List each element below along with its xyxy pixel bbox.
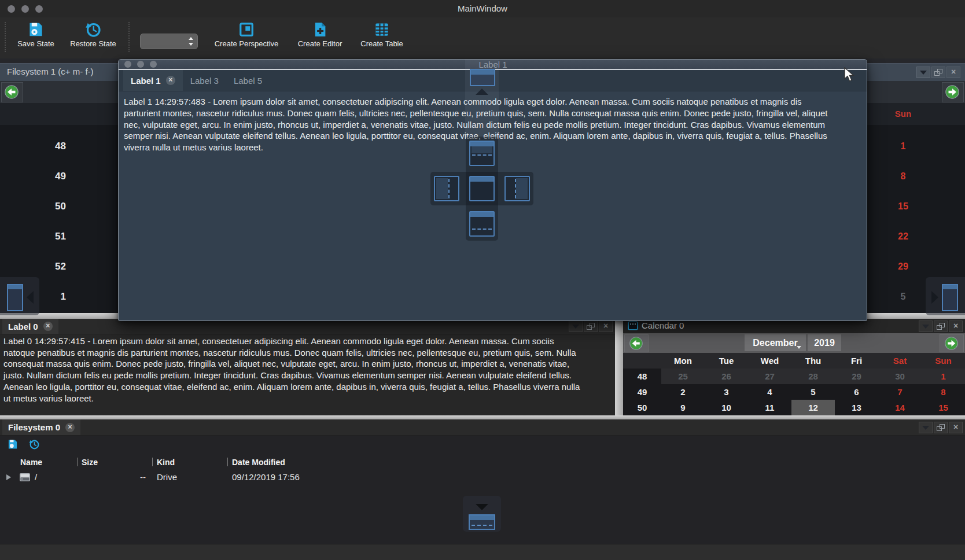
day-header: Mon xyxy=(661,353,705,369)
create-table-button[interactable]: Create Table xyxy=(358,21,406,48)
month-dropdown[interactable]: December xyxy=(745,334,806,351)
calendar-week-row: 482526272829301 xyxy=(623,369,965,384)
tab-close-icon[interactable]: × xyxy=(43,322,53,331)
calendar-date[interactable]: 22 xyxy=(886,222,920,252)
restore-state-button[interactable]: Restore State xyxy=(65,21,121,48)
next-month-button[interactable] xyxy=(942,82,964,102)
calendar-date[interactable]: 1 xyxy=(886,131,920,161)
calendar-day[interactable]: 12 xyxy=(791,400,835,415)
dock-close-button[interactable]: × xyxy=(946,67,960,78)
dock-close-button[interactable]: × xyxy=(949,320,963,332)
month-value: December xyxy=(753,338,797,348)
calendar-date[interactable]: 8 xyxy=(886,161,920,191)
drop-edge-left-arrow-icon xyxy=(27,291,34,304)
tab-label3-text: Label 3 xyxy=(190,76,219,86)
column-header-kind[interactable]: Kind xyxy=(157,458,175,467)
minimize-traffic-light-icon[interactable] xyxy=(137,61,144,68)
prev-month-button[interactable] xyxy=(624,334,649,352)
calendar-date[interactable]: 15 xyxy=(886,191,920,222)
calendar-day[interactable]: 2 xyxy=(661,384,705,400)
disclosure-triangle-icon[interactable] xyxy=(6,474,11,480)
next-month-button[interactable] xyxy=(940,334,964,352)
calendar-day[interactable]: 1 xyxy=(922,369,965,384)
drop-indicator-bottom-icon[interactable] xyxy=(469,211,495,237)
dock-collapse-button[interactable] xyxy=(919,422,933,433)
calendar-day[interactable]: 10 xyxy=(705,400,748,415)
filesystem0-controls: × xyxy=(919,422,963,433)
calendar0-grid: MonTueWedThuFriSatSun4825262728293014923… xyxy=(623,353,965,415)
column-header-size[interactable]: Size xyxy=(82,458,98,467)
calendar-day[interactable]: 25 xyxy=(661,369,705,384)
drop-indicator-top-icon[interactable] xyxy=(469,141,495,166)
perspective-combobox[interactable] xyxy=(140,34,198,49)
horizontal-splitter-bottom[interactable] xyxy=(0,415,965,419)
zoom-traffic-light-icon[interactable] xyxy=(150,61,157,68)
calendar-day[interactable]: 29 xyxy=(835,369,878,384)
dock-float-button[interactable] xyxy=(934,320,948,332)
tab-filesystem0[interactable]: Filesystem 0 × xyxy=(2,419,80,435)
file-size: -- xyxy=(81,472,146,482)
tab-label1[interactable]: Label 1 × xyxy=(123,70,183,91)
column-header-name[interactable]: Name xyxy=(20,458,42,467)
dock-collapse-button[interactable] xyxy=(569,320,583,332)
day-header: Thu xyxy=(791,353,835,369)
column-divider[interactable] xyxy=(77,458,78,466)
window-titlebar[interactable]: MainWindow xyxy=(0,0,965,18)
toolbar-handle[interactable] xyxy=(5,22,6,52)
drop-edge-right-icon[interactable] xyxy=(942,284,958,311)
drop-indicator-center-icon[interactable] xyxy=(469,176,495,201)
dock-collapse-button[interactable] xyxy=(916,67,930,78)
vertical-splitter[interactable] xyxy=(615,319,623,415)
dock-float-button[interactable] xyxy=(934,422,948,433)
create-editor-button[interactable]: Create Editor xyxy=(295,21,345,48)
tab-close-icon[interactable]: × xyxy=(65,423,75,432)
calendar-day[interactable]: 30 xyxy=(878,369,922,384)
create-perspective-button[interactable]: Create Perspective xyxy=(212,21,281,48)
dock-close-button[interactable]: × xyxy=(949,422,963,433)
drop-edge-left-icon[interactable] xyxy=(7,284,23,311)
drop-indicator-left-icon[interactable] xyxy=(434,176,459,201)
tab-label0[interactable]: Label 0 × xyxy=(2,319,58,334)
calendar-day[interactable]: 6 xyxy=(835,384,878,400)
calendar-day[interactable]: 3 xyxy=(705,384,748,400)
dock-float-button[interactable] xyxy=(931,67,945,78)
calendar-day[interactable]: 13 xyxy=(835,400,878,415)
restore-history-icon xyxy=(84,21,102,38)
dock-close-button[interactable]: × xyxy=(599,320,613,332)
calendar-day[interactable]: 11 xyxy=(748,400,791,415)
dock-float-button[interactable] xyxy=(584,320,598,332)
calendar-day[interactable]: 4 xyxy=(748,384,791,400)
calendar-day[interactable]: 9 xyxy=(661,400,705,415)
calendar-day[interactable]: 28 xyxy=(791,369,835,384)
column-divider[interactable] xyxy=(227,458,228,466)
calendar-day[interactable]: 8 xyxy=(922,384,965,400)
drop-edge-bottom-arrow-icon xyxy=(476,504,488,510)
perspective-icon xyxy=(238,21,255,38)
prev-month-button[interactable] xyxy=(1,82,23,102)
calendar-day[interactable]: 14 xyxy=(878,400,922,415)
column-header-date-modified[interactable]: Date Modified xyxy=(232,458,285,467)
dock-collapse-button[interactable] xyxy=(919,320,933,332)
table-row[interactable]: /--Drive09/12/2019 17:56 xyxy=(0,470,965,485)
tab-label3[interactable]: Label 3 xyxy=(183,70,226,91)
calendar-day[interactable]: 26 xyxy=(705,369,748,384)
save-state-button[interactable]: Save State xyxy=(13,21,59,48)
close-traffic-light-icon[interactable] xyxy=(124,61,131,68)
save-button[interactable] xyxy=(7,439,19,452)
tab-label5[interactable]: Label 5 xyxy=(226,70,270,91)
year-spinbox[interactable]: 2019 xyxy=(808,334,841,351)
status-bar xyxy=(0,544,965,560)
restore-button[interactable] xyxy=(28,439,40,452)
calendar-day[interactable]: 7 xyxy=(878,384,922,400)
drop-edge-top-icon[interactable] xyxy=(470,69,495,86)
calendar-day[interactable]: 15 xyxy=(922,400,965,415)
calendar-day[interactable]: 27 xyxy=(748,369,791,384)
column-divider[interactable] xyxy=(152,458,153,466)
drop-indicator-right-icon[interactable] xyxy=(504,176,530,201)
calendar-day[interactable]: 5 xyxy=(791,384,835,400)
calendar-date[interactable]: 5 xyxy=(886,282,920,312)
main-window: MainWindow Save State Restore State xyxy=(0,0,965,560)
calendar-date[interactable]: 29 xyxy=(886,252,920,282)
drop-edge-bottom-icon[interactable] xyxy=(469,514,495,530)
tab-close-icon[interactable]: × xyxy=(166,76,175,85)
